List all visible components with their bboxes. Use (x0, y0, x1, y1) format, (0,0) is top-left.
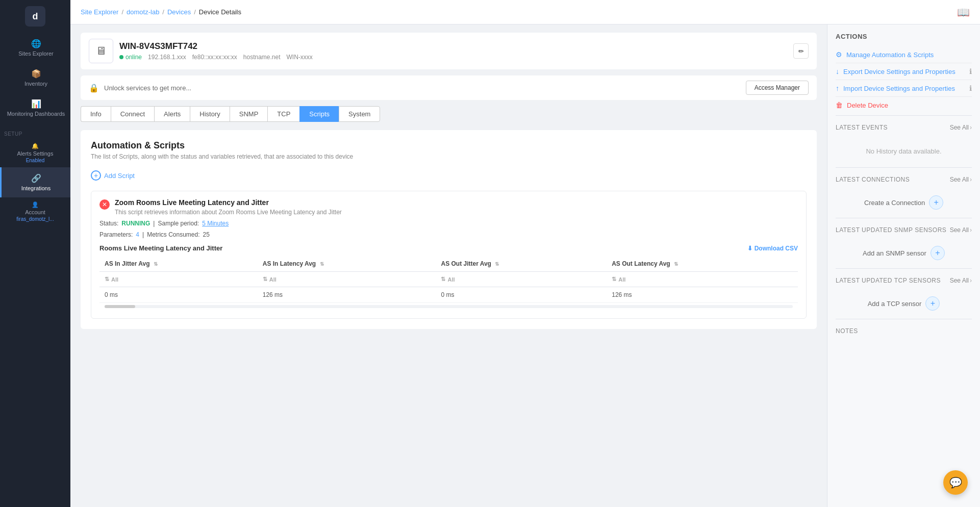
script-meta: Status: RUNNING | Sample period: 5 Minut… (91, 220, 806, 231)
divider-1 (836, 115, 972, 116)
tab-connect[interactable]: Connect (111, 106, 154, 122)
pencil-icon: ✏ (798, 47, 804, 55)
cell-as-in-latency: 126 ms (258, 287, 436, 303)
sidebar-item-integrations[interactable]: 🔗 Integrations (0, 167, 70, 197)
see-all-snmp-button[interactable]: See All › (950, 226, 972, 234)
events-empty-message: No History data available. (836, 137, 972, 165)
breadcrumb-domotz-lab[interactable]: domotz-lab (127, 8, 159, 16)
alerts-status: Enabled (26, 158, 45, 163)
download-csv-label: Download CSV (755, 245, 798, 252)
plus-icon: + (91, 170, 101, 181)
tab-snmp[interactable]: SNMP (230, 106, 268, 122)
scripts-section-title: Automation & Scripts (91, 140, 807, 151)
breadcrumb-sep-1: / (121, 8, 123, 16)
inventory-icon: 📦 (31, 69, 41, 79)
device-status: online (119, 54, 142, 61)
sort-icon-3[interactable]: ⇅ (495, 261, 499, 267)
sidebar-item-inventory[interactable]: 📦 Inventory (0, 63, 70, 93)
breadcrumb-sep-2: / (162, 8, 164, 16)
tab-alerts[interactable]: Alerts (154, 106, 190, 122)
see-all-connections-button[interactable]: See All › (950, 176, 972, 183)
script-status: RUNNING (121, 220, 150, 227)
create-connection-button[interactable]: Create a Connection + (836, 189, 972, 216)
latest-snmp-section: Latest Updated SNMP Sensors See All › Ad… (836, 226, 972, 266)
add-script-label: Add Script (104, 172, 135, 180)
chevron-right-icon-3: › (970, 226, 972, 234)
sort-icon-1[interactable]: ⇅ (154, 261, 158, 267)
breadcrumb-site-explorer[interactable]: Site Explorer (81, 8, 118, 16)
add-tcp-sensor-button[interactable]: Add a TCP sensor + (836, 290, 972, 317)
device-extra: WIN-xxxx (287, 54, 313, 61)
sort-icon-4[interactable]: ⇅ (674, 261, 678, 267)
filter-2[interactable]: ⇅All (263, 276, 431, 283)
sidebar-item-account[interactable]: 👤 Account firas_domotz_l... (0, 197, 70, 226)
chat-button[interactable]: 💬 (943, 470, 968, 495)
data-table: AS In Jitter Avg ⇅ AS In Latency Avg ⇅ A… (99, 256, 798, 303)
metrics-label: Metrics Consumed: (147, 231, 199, 238)
notes-title: Notes (836, 327, 858, 335)
latest-tcp-section: Latest Updated TCP Sensors See All › Add… (836, 277, 972, 317)
sidebar-item-monitoring[interactable]: 📊 Monitoring Dashboards (0, 93, 70, 123)
right-panel: Actions ⚙ Manage Automation & Scripts ↓ … (827, 24, 980, 507)
cell-as-out-jitter: 0 ms (436, 287, 607, 303)
tab-tcp[interactable]: TCP (267, 106, 299, 122)
sort-icon-2[interactable]: ⇅ (320, 261, 324, 267)
params-count[interactable]: 4 (136, 231, 139, 238)
sidebar-item-alerts-settings[interactable]: 🔔 Alerts Settings Enabled (0, 139, 70, 167)
access-manager-button[interactable]: Access Manager (746, 81, 809, 95)
divider-5 (836, 319, 972, 319)
delete-device-link[interactable]: 🗑 Delete Device (836, 97, 972, 113)
export-settings-link[interactable]: ↓ Export Device Settings and Properties … (836, 63, 972, 80)
device-header: 🖥 WIN-8V4S3MFT742 online 192.168.1.xxx f… (81, 33, 817, 69)
manage-scripts-link[interactable]: ⚙ Manage Automation & Scripts (836, 46, 972, 63)
remove-script-button[interactable]: ✕ (99, 199, 110, 210)
breadcrumb-devices[interactable]: Devices (167, 8, 191, 16)
chat-icon: 💬 (949, 476, 962, 489)
cell-as-in-jitter: 0 ms (99, 287, 258, 303)
app-logo: d (25, 6, 45, 27)
edit-device-button[interactable]: ✏ (793, 43, 809, 59)
filter-4[interactable]: ⇅All (612, 276, 793, 283)
script-name: Zoom Rooms Live Meeting Latency and Jitt… (115, 198, 342, 207)
latest-events-title: Latest Events (836, 124, 888, 131)
unlock-text: Unlock services to get more... (104, 84, 191, 92)
tab-scripts[interactable]: Scripts (299, 106, 339, 122)
cell-as-out-latency: 126 ms (607, 287, 798, 303)
download-icon: ↓ (836, 67, 839, 75)
device-name: WIN-8V4S3MFT742 (119, 41, 787, 52)
monitoring-icon: 📊 (31, 99, 41, 109)
download-csv-button[interactable]: ⬇ Download CSV (747, 245, 798, 252)
device-icon: 🖥 (89, 39, 113, 63)
header-right: 📖 (957, 6, 970, 18)
table-row: 0 ms 126 ms 0 ms 126 ms (99, 287, 798, 303)
sample-value[interactable]: 5 Minutes (202, 220, 229, 227)
device-ip1: 192.168.1.xxx (148, 54, 186, 61)
setup-section-label: Setup (0, 123, 70, 139)
tabs-row: Info Connect Alerts History SNMP TCP Scr… (81, 106, 817, 122)
metrics-value: 25 (203, 231, 210, 238)
sidebar-item-sites-explorer[interactable]: 🌐 Sites Explorer (0, 33, 70, 63)
globe-icon: 🌐 (31, 39, 41, 48)
tab-system[interactable]: System (339, 106, 380, 122)
import-settings-link[interactable]: ↑ Import Device Settings and Properties … (836, 80, 972, 97)
see-all-events-button[interactable]: See All › (950, 124, 972, 131)
sidebar-item-label: Alerts Settings (17, 150, 54, 157)
add-snmp-label: Add an SNMP sensor (863, 249, 926, 257)
tab-info[interactable]: Info (81, 106, 111, 122)
status-dot (119, 55, 123, 59)
table-scrollbar[interactable] (105, 305, 793, 308)
info-icon-export: ℹ (969, 67, 972, 75)
see-all-tcp-button[interactable]: See All › (950, 277, 972, 284)
book-icon[interactable]: 📖 (957, 6, 970, 18)
filter-1[interactable]: ⇅All (105, 276, 253, 283)
latest-snmp-title: Latest Updated SNMP Sensors (836, 226, 946, 234)
data-table-header: Rooms Live Meeting Latency and Jitter ⬇ … (99, 244, 798, 252)
tab-history[interactable]: History (190, 106, 229, 122)
main-content: Site Explorer / domotz-lab / Devices / D… (70, 0, 980, 507)
unlock-banner: 🔒 Unlock services to get more... Access … (81, 75, 817, 100)
filter-3[interactable]: ⇅All (441, 276, 601, 283)
add-script-button[interactable]: + Add Script (91, 168, 807, 183)
add-snmp-sensor-button[interactable]: Add an SNMP sensor + (836, 240, 972, 266)
script-card: ✕ Zoom Rooms Live Meeting Latency and Ji… (91, 191, 807, 319)
plus-icon-connection: + (929, 195, 943, 210)
